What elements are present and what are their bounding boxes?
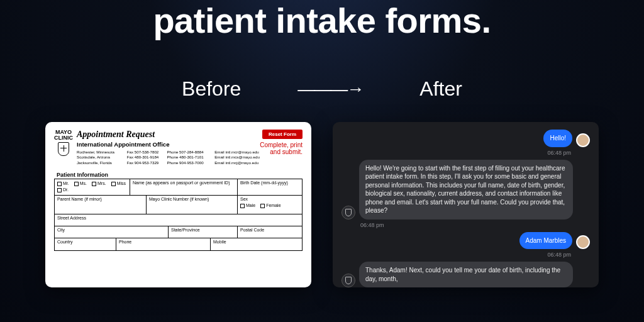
- before-label: Before: [182, 77, 241, 101]
- mcn-field[interactable]: Mayo Clinic Number (if known): [147, 196, 238, 214]
- phone-field[interactable]: Phone: [116, 238, 211, 250]
- city-field[interactable]: City: [55, 226, 169, 238]
- before-panel: MAYO CLINIC Appointment Request Internat…: [45, 122, 311, 287]
- bot-shield-icon: [345, 277, 352, 284]
- user-avatar: [576, 235, 590, 249]
- form-note: Complete, print and submit.: [260, 142, 303, 155]
- name-field[interactable]: Name (as appears on passport or governme…: [130, 179, 238, 195]
- postal-field[interactable]: Postal Code: [238, 226, 302, 238]
- bot-bubble: Thanks, Adam! Next, could you tell me yo…: [359, 262, 573, 287]
- birthdate-field[interactable]: Birth Date (mm-dd-yyyy): [238, 179, 302, 195]
- chat-message-user: Adam Marbles: [341, 232, 590, 250]
- bot-avatar: [341, 206, 355, 219]
- sex-field[interactable]: Sex Male Female: [238, 196, 302, 214]
- mayo-logo: MAYO CLINIC: [54, 130, 73, 156]
- timestamp: 06:48 pm: [341, 150, 590, 156]
- title-checkboxes[interactable]: Mr. Ms. Mrs. Miss Dr.: [55, 179, 130, 195]
- user-avatar: [576, 133, 590, 147]
- chat-message-bot: Thanks, Adam! Next, could you tell me yo…: [341, 262, 590, 287]
- street-field[interactable]: Street Address: [55, 214, 302, 226]
- compare-labels: Before ———→ After: [0, 77, 644, 101]
- parent-field[interactable]: Parent Name (if minor): [55, 196, 147, 214]
- chat-message-bot: Hello! We're going to start with the fir…: [341, 160, 590, 219]
- user-bubble: Hello!: [543, 130, 572, 147]
- timestamp: 06:48 pm: [341, 222, 590, 228]
- bot-shield-icon: [345, 209, 352, 216]
- after-panel: Hello! 06:48 pm Hello! We're going to st…: [333, 122, 599, 287]
- chat-message-user: Hello!: [341, 130, 590, 147]
- reset-button[interactable]: Reset Form: [262, 130, 303, 139]
- shield-icon: [58, 142, 69, 156]
- user-bubble: Adam Marbles: [519, 232, 572, 250]
- locations: Rochester, Minnesota Fax 507-538-7802 Ph…: [77, 150, 260, 165]
- mobile-field[interactable]: Mobile: [211, 238, 302, 250]
- arrow-icon: ———→: [297, 79, 363, 99]
- timestamp: 06:48 pm: [341, 252, 590, 258]
- form-title: Appointment Request: [77, 130, 260, 140]
- bot-bubble: Hello! We're going to start with the fir…: [359, 160, 573, 219]
- section-title: Patient Information: [54, 172, 303, 178]
- form-grid: Mr. Ms. Mrs. Miss Dr. Name (as appears o…: [54, 179, 303, 251]
- after-label: After: [419, 77, 462, 101]
- office-title: International Appointment Office: [77, 141, 260, 148]
- state-field[interactable]: State/Province: [169, 226, 238, 238]
- headline: patient intake forms.: [0, 0, 644, 41]
- bot-avatar: [341, 274, 355, 287]
- country-field[interactable]: Country: [55, 238, 116, 250]
